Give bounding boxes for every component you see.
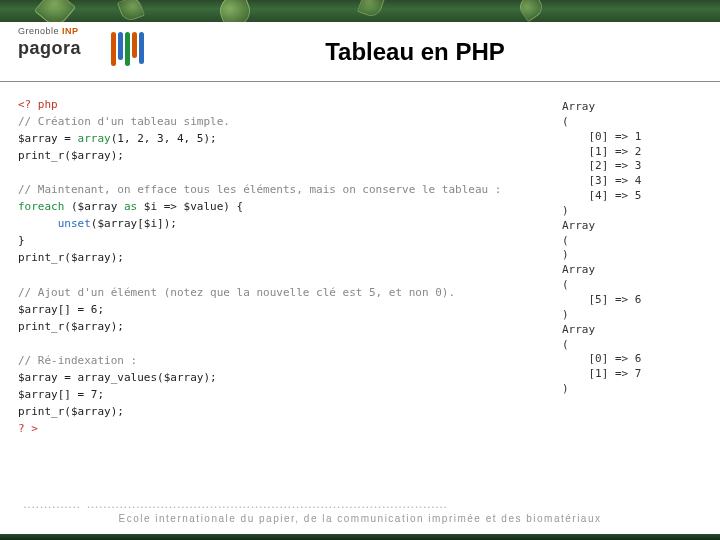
output-line: Array: [562, 323, 702, 338]
logo-text-inp: INP: [62, 26, 79, 36]
code-line: $array[] = 6;: [18, 303, 104, 316]
code-line: unset($array[$i]);: [18, 215, 562, 232]
bottom-banner: [0, 534, 720, 540]
code-block: <? php // Création d'un tableau simple. …: [18, 96, 562, 437]
output-line: [4] => 5: [562, 189, 702, 204]
output-line: [0] => 1: [562, 130, 702, 145]
code-line: $array[] = 7;: [18, 388, 104, 401]
code-line: print_r($array);: [18, 320, 124, 333]
code-line: $array = array_values($array);: [18, 371, 217, 384]
output-line: Array: [562, 263, 702, 278]
blank-line: [18, 266, 562, 283]
header: Grenoble INP pagora Tableau en PHP: [0, 22, 720, 82]
output-line: [2] => 3: [562, 159, 702, 174]
code-comment: // Maintenant, on efface tous les élémen…: [18, 183, 501, 196]
output-line: ): [562, 308, 702, 323]
code-comment: // Création d'un tableau simple.: [18, 115, 230, 128]
output-line: (: [562, 115, 702, 130]
output-line: [5] => 6: [562, 293, 702, 308]
content: <? php // Création d'un tableau simple. …: [0, 82, 720, 437]
output-line: (: [562, 234, 702, 249]
code-line: <? php: [18, 98, 58, 111]
code-line: foreach ($array as $i => $value) {: [18, 198, 562, 215]
output-line: (: [562, 338, 702, 353]
output-line: Array: [562, 219, 702, 234]
blank-line: [18, 164, 562, 181]
footer-dots: •••••••••••••• •••••••••••••••••••••••••…: [0, 504, 720, 510]
code-line: print_r($array);: [18, 149, 124, 162]
logo: Grenoble INP pagora: [0, 22, 170, 82]
code-comment: // Ré-indexation :: [18, 354, 137, 367]
code-line: print_r($array);: [18, 251, 124, 264]
output-line: [3] => 4: [562, 174, 702, 189]
code-comment: // Ajout d'un élément (notez que la nouv…: [18, 286, 455, 299]
output-line: [1] => 2: [562, 145, 702, 160]
footer: •••••••••••••• •••••••••••••••••••••••••…: [0, 504, 720, 534]
slide-title: Tableau en PHP: [170, 38, 720, 66]
blank-line: [18, 335, 562, 352]
output-line: [1] => 7: [562, 367, 702, 382]
output-line: ): [562, 382, 702, 397]
output-line: (: [562, 278, 702, 293]
code-line: print_r($array);: [18, 405, 124, 418]
logo-bars-icon: [111, 32, 144, 66]
output-line: ): [562, 204, 702, 219]
footer-text: Ecole internationale du papier, de la co…: [0, 513, 720, 524]
logo-text-grenoble: Grenoble: [18, 26, 62, 36]
code-line: ? >: [18, 422, 38, 435]
output-line: [0] => 6: [562, 352, 702, 367]
top-banner: [0, 0, 720, 22]
output-line: Array: [562, 100, 702, 115]
code-line: }: [18, 234, 25, 247]
code-line: $array = array(1, 2, 3, 4, 5);: [18, 130, 562, 147]
output-block: Array ( [0] => 1 [1] => 2 [2] => 3 [3] =…: [562, 96, 702, 437]
output-line: ): [562, 248, 702, 263]
